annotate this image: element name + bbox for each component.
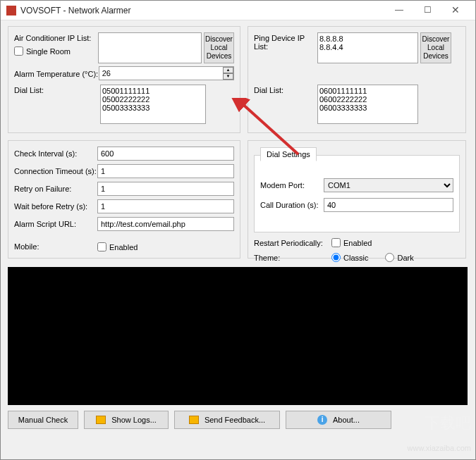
wait-retry-input[interactable] [97, 199, 234, 213]
close-button[interactable]: ✕ [441, 1, 470, 20]
manual-check-button[interactable]: Manual Check [8, 411, 78, 429]
modem-port-select[interactable]: COM1 [324, 178, 453, 192]
show-logs-button[interactable]: Show Logs... [84, 411, 169, 429]
retry-input[interactable] [97, 182, 234, 196]
theme-dark-radio[interactable] [385, 253, 394, 262]
mobile-enabled-label: Enabled [109, 243, 138, 251]
conn-timeout-input[interactable] [97, 164, 234, 178]
theme-dark-label: Dark [397, 254, 413, 262]
ac-ip-label: Air Conditioner IP List: Single Room [14, 32, 98, 56]
single-room-checkbox[interactable] [14, 46, 23, 56]
mobile-enabled-checkbox[interactable] [97, 242, 106, 251]
theme-classic-label: Classic [343, 254, 368, 262]
call-duration-input[interactable] [324, 198, 453, 212]
alarm-url-input[interactable] [97, 217, 234, 231]
spin-up-icon[interactable]: ▲ [223, 67, 233, 73]
alarm-url-label: Alarm Script URL: [14, 220, 97, 228]
mobile-label: Mobile: [14, 242, 97, 251]
envelope-icon [189, 416, 199, 424]
minimize-button[interactable]: — [385, 1, 413, 20]
discover-devices-button-right[interactable]: DiscoverLocalDevices [420, 32, 451, 63]
app-icon [6, 6, 16, 15]
theme-classic-radio[interactable] [331, 253, 341, 262]
ac-panel: Air Conditioner IP List: Single Room Dis… [8, 26, 240, 133]
settings-panel: Check Interval (s): Connection Timeout (… [8, 140, 240, 259]
call-duration-label: Call Duration (s): [260, 201, 324, 209]
ac-ip-textarea[interactable] [98, 32, 202, 63]
dial-list-label-left: Dial List: [14, 85, 100, 94]
dial-settings-tabset: Dial Settings Modem Port: COM1 Call Dura… [254, 155, 460, 232]
wait-retry-label: Wait before Retry (s): [14, 202, 97, 211]
single-room-label: Single Room [26, 47, 71, 56]
ping-panel: Ping Device IP List: 8.8.8.8 8.8.4.4 Dis… [248, 26, 466, 133]
conn-timeout-label: Connection Timeout (s): [14, 167, 97, 175]
check-interval-input[interactable] [97, 147, 234, 161]
dial-options-panel: Dial Settings Modem Port: COM1 Call Dura… [248, 140, 466, 259]
discover-devices-button-left[interactable]: DiscoverLocalDevices [204, 32, 234, 63]
about-button[interactable]: iAbout... [286, 411, 391, 429]
dial-settings-tab[interactable]: Dial Settings [260, 147, 317, 161]
theme-label: Theme: [254, 254, 331, 262]
maximize-button[interactable]: ☐ [413, 1, 441, 20]
retry-label: Retry on Failure: [14, 185, 97, 193]
ping-textarea[interactable]: 8.8.8.8 8.8.4.4 [317, 32, 418, 63]
alarm-temp-label: Alarm Temperature (°C): [14, 68, 99, 78]
dial-list-textarea-right[interactable]: 06001111111 06002222222 06003333333 [317, 85, 418, 124]
alarm-temp-input[interactable] [99, 66, 234, 80]
titlebar: VOVSOFT - Network Alarmer — ☐ ✕ [1, 1, 475, 20]
dial-list-label-right: Dial List: [254, 85, 317, 94]
ping-label: Ping Device IP List: [254, 32, 317, 51]
folder-icon [96, 416, 106, 424]
check-interval-label: Check Interval (s): [14, 149, 97, 158]
modem-port-label: Modem Port: [260, 181, 324, 189]
watermark-url: www.xiazaiba.com [408, 444, 471, 452]
restart-label: Restart Periodically: [254, 239, 331, 247]
info-icon: i [317, 415, 327, 425]
spin-down-icon[interactable]: ▼ [223, 73, 233, 80]
dial-list-textarea-left[interactable]: 05001111111 05002222222 05003333333 [100, 85, 206, 124]
button-bar: Manual Check Show Logs... Send Feedback.… [1, 405, 475, 435]
send-feedback-button[interactable]: Send Feedback... [174, 411, 280, 429]
log-area[interactable] [8, 267, 468, 405]
restart-enabled-label: Enabled [343, 239, 372, 247]
restart-enabled-checkbox[interactable] [331, 238, 341, 247]
window-title: VOVSOFT - Network Alarmer [20, 6, 385, 15]
